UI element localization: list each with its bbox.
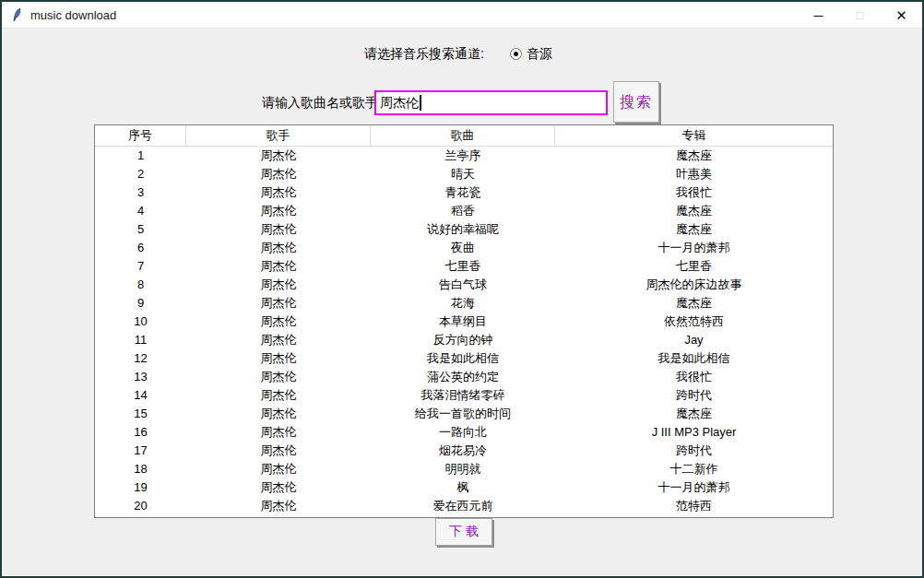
cell-song: 枫 <box>371 478 555 497</box>
channel-select-label: 请选择音乐搜索通道: <box>364 46 484 63</box>
header-index[interactable]: 序号 <box>95 125 186 146</box>
table-row[interactable]: 17周杰伦烟花易冷跨时代 <box>95 442 833 460</box>
results-table: 序号 歌手 歌曲 专辑 1周杰伦兰亭序魔杰座2周杰伦晴天叶惠美3周杰伦青花瓷我很… <box>94 124 834 518</box>
cell-song: 兰亭序 <box>371 147 555 165</box>
table-row[interactable]: 8周杰伦告白气球周杰伦的床边故事 <box>95 276 833 294</box>
cell-index: 12 <box>95 349 186 368</box>
header-song[interactable]: 歌曲 <box>371 125 555 146</box>
titlebar: music download ─ □ ✕ <box>2 2 922 29</box>
cell-singer: 周杰伦 <box>186 294 371 313</box>
cell-singer: 周杰伦 <box>186 349 371 368</box>
cell-album: 七里香 <box>555 257 833 276</box>
cell-song: 我是如此相信 <box>371 349 555 368</box>
cell-album: 跨时代 <box>555 442 833 460</box>
maximize-button: □ <box>839 2 881 29</box>
cell-song: 蒲公英的约定 <box>371 368 555 386</box>
search-button[interactable]: 搜索 <box>613 81 659 123</box>
table-row[interactable]: 11周杰伦反方向的钟Jay <box>95 331 833 349</box>
cell-song: 七里香 <box>371 257 555 276</box>
table-row[interactable]: 18周杰伦明明就十二新作 <box>95 460 833 478</box>
cell-singer: 周杰伦 <box>186 460 371 478</box>
table-row[interactable]: 6周杰伦夜曲十一月的萧邦 <box>95 239 833 257</box>
cell-song: 告白气球 <box>371 276 555 294</box>
cell-album: 我很忙 <box>555 368 833 386</box>
cell-album: 十一月的萧邦 <box>555 478 833 497</box>
table-body: 1周杰伦兰亭序魔杰座2周杰伦晴天叶惠美3周杰伦青花瓷我很忙4周杰伦稻香魔杰座5周… <box>95 147 833 515</box>
table-row[interactable]: 14周杰伦我落泪情绪零碎跨时代 <box>95 386 833 405</box>
source-radio-button[interactable] <box>510 48 522 60</box>
table-row[interactable]: 19周杰伦枫十一月的萧邦 <box>95 478 833 497</box>
cell-album: 魔杰座 <box>555 294 833 313</box>
cell-index: 3 <box>95 183 186 202</box>
cell-singer: 周杰伦 <box>186 368 371 386</box>
table-row[interactable]: 15周杰伦给我一首歌的时间魔杰座 <box>95 405 833 423</box>
search-input[interactable]: 周杰伦 <box>374 90 608 115</box>
cell-singer: 周杰伦 <box>186 202 371 220</box>
cell-singer: 周杰伦 <box>186 147 371 165</box>
header-singer[interactable]: 歌手 <box>186 125 371 146</box>
table-row[interactable]: 10周杰伦本草纲目依然范特西 <box>95 313 833 331</box>
table-header-row: 序号 歌手 歌曲 专辑 <box>95 125 833 147</box>
cell-album: 我是如此相信 <box>555 349 833 368</box>
table-row[interactable]: 13周杰伦蒲公英的约定我很忙 <box>95 368 833 386</box>
cell-index: 9 <box>95 294 186 313</box>
cell-album: 叶惠美 <box>555 165 833 183</box>
cell-song: 夜曲 <box>371 239 555 257</box>
cell-index: 18 <box>95 460 186 478</box>
radio-selected-dot <box>514 52 518 56</box>
cell-index: 11 <box>95 331 186 349</box>
cell-album: 魔杰座 <box>555 147 833 165</box>
table-row[interactable]: 12周杰伦我是如此相信我是如此相信 <box>95 349 833 368</box>
tk-feather-icon <box>10 7 24 22</box>
window-title: music download <box>30 8 116 22</box>
cell-index: 7 <box>95 257 186 276</box>
table-row[interactable]: 4周杰伦稻香魔杰座 <box>95 202 833 220</box>
cell-album: 十一月的萧邦 <box>555 239 833 257</box>
cell-singer: 周杰伦 <box>186 386 371 405</box>
cell-singer: 周杰伦 <box>186 239 371 257</box>
table-row[interactable]: 5周杰伦说好的幸福呢魔杰座 <box>95 220 833 239</box>
table-row[interactable]: 7周杰伦七里香七里香 <box>95 257 833 276</box>
cell-index: 17 <box>95 442 186 460</box>
table-row[interactable]: 2周杰伦晴天叶惠美 <box>95 165 833 183</box>
cell-index: 14 <box>95 386 186 405</box>
search-input-label: 请输入歌曲名或歌手: <box>262 95 382 112</box>
cell-album: 跨时代 <box>555 386 833 405</box>
cell-song: 稻香 <box>371 202 555 220</box>
cell-index: 15 <box>95 405 186 423</box>
cell-index: 5 <box>95 220 186 239</box>
cell-album: 周杰伦的床边故事 <box>555 276 833 294</box>
table-row[interactable]: 20周杰伦爱在西元前范特西 <box>95 497 833 515</box>
cell-singer: 周杰伦 <box>186 497 371 515</box>
cell-album: 范特西 <box>555 497 833 515</box>
cell-song: 青花瓷 <box>371 183 555 202</box>
header-album[interactable]: 专辑 <box>555 125 833 146</box>
cell-singer: 周杰伦 <box>186 423 371 442</box>
cell-singer: 周杰伦 <box>186 257 371 276</box>
search-input-value: 周杰伦 <box>380 95 419 112</box>
close-button[interactable]: ✕ <box>881 2 922 29</box>
table-row[interactable]: 3周杰伦青花瓷我很忙 <box>95 183 833 202</box>
table-row[interactable]: 1周杰伦兰亭序魔杰座 <box>95 147 833 165</box>
cell-song: 爱在西元前 <box>371 497 555 515</box>
download-button[interactable]: 下载 <box>435 518 492 546</box>
table-row[interactable]: 16周杰伦一路向北J III MP3 Player <box>95 423 833 442</box>
window-controls: ─ □ ✕ <box>798 2 922 29</box>
cell-song: 我落泪情绪零碎 <box>371 386 555 405</box>
cell-index: 13 <box>95 368 186 386</box>
cell-singer: 周杰伦 <box>186 220 371 239</box>
cell-index: 8 <box>95 276 186 294</box>
cell-song: 晴天 <box>371 165 555 183</box>
minimize-button[interactable]: ─ <box>798 2 839 29</box>
cell-index: 4 <box>95 202 186 220</box>
cell-album: 我很忙 <box>555 183 833 202</box>
cell-album: 魔杰座 <box>555 202 833 220</box>
table-row[interactable]: 9周杰伦花海魔杰座 <box>95 294 833 313</box>
source-radio-label[interactable]: 音源 <box>527 46 552 63</box>
cell-index: 2 <box>95 165 186 183</box>
cell-singer: 周杰伦 <box>186 442 371 460</box>
cell-singer: 周杰伦 <box>186 183 371 202</box>
cell-index: 16 <box>95 423 186 442</box>
cell-singer: 周杰伦 <box>186 313 371 331</box>
cell-album: Jay <box>555 331 833 349</box>
